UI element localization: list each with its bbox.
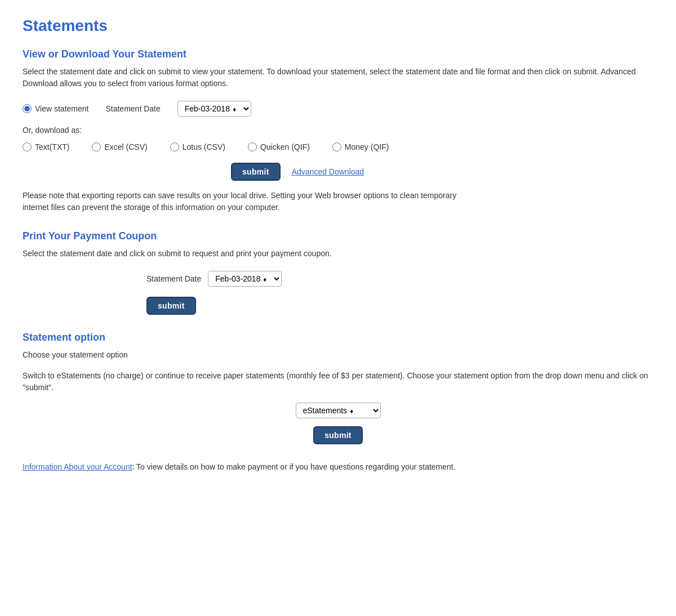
statement-option-submit-row: submit (23, 426, 653, 444)
view-download-title: View or Download Your Statement (23, 48, 653, 60)
format-money-label[interactable]: Money (QIF) (332, 142, 389, 151)
statement-option-select-row: eStatements ⬧ Paper Statements (23, 403, 653, 418)
statement-option-line1: Choose your statement option (23, 349, 653, 361)
statement-date-label: Statement Date (105, 104, 160, 113)
info-section: Information About your Account: To view … (23, 461, 653, 473)
statement-option-title: Statement option (23, 332, 653, 343)
coupon-submit-row: submit (146, 297, 653, 315)
view-statement-radio-label[interactable]: View statement (23, 104, 88, 113)
info-account-text: : To view details on how to make payment… (132, 462, 456, 471)
coupon-submit-button[interactable]: submit (146, 297, 196, 315)
statement-option-line2: Switch to eStatements (no charge) or con… (23, 370, 653, 394)
view-download-section: View or Download Your Statement Select t… (23, 48, 653, 213)
format-excel-label[interactable]: Excel (CSV) (92, 142, 147, 151)
format-txt-radio[interactable] (23, 142, 32, 151)
view-statement-radio[interactable] (23, 104, 32, 113)
info-account-link[interactable]: Information About your Account (23, 462, 132, 471)
format-quicken-label[interactable]: Quicken (QIF) (248, 142, 310, 151)
view-statement-row: View statement Statement Date Feb-03-201… (23, 101, 653, 117)
format-money-radio[interactable] (332, 142, 341, 151)
coupon-title: Print Your Payment Coupon (23, 230, 653, 242)
format-txt-label[interactable]: Text(TXT) (23, 142, 69, 151)
view-download-submit-button[interactable]: submit (231, 163, 281, 181)
format-money-text: Money (QIF) (345, 142, 389, 151)
statement-option-submit-button[interactable]: submit (313, 426, 363, 444)
view-download-desc: Select the statement date and click on s… (23, 66, 653, 90)
statement-option-section: Statement option Choose your statement o… (23, 332, 653, 444)
format-lotus-radio[interactable] (170, 142, 179, 151)
format-excel-text: Excel (CSV) (104, 142, 147, 151)
format-lotus-label[interactable]: Lotus (CSV) (170, 142, 225, 151)
view-download-submit-row: submit Advanced Download (231, 163, 653, 181)
format-lotus-text: Lotus (CSV) (183, 142, 225, 151)
view-statement-label: View statement (35, 104, 88, 113)
format-txt-text: Text(TXT) (35, 142, 69, 151)
coupon-section: Print Your Payment Coupon Select the sta… (23, 230, 653, 315)
coupon-desc: Select the statement date and click on s… (23, 248, 653, 260)
advanced-download-link[interactable]: Advanced Download (292, 167, 364, 176)
statement-date-select[interactable]: Feb-03-2018 ⬧ Jan-03-2018 Dec-03-2017 (177, 101, 251, 117)
page-title: Statements (23, 17, 653, 35)
coupon-date-label: Statement Date (146, 274, 201, 283)
download-as-label: Or, download as: (23, 126, 653, 135)
coupon-date-row: Statement Date Feb-03-2018 ⬧ Jan-03-2018… (146, 271, 653, 287)
statement-option-select[interactable]: eStatements ⬧ Paper Statements (296, 403, 381, 418)
format-options-row: Text(TXT) Excel (CSV) Lotus (CSV) Quicke… (23, 142, 653, 151)
format-quicken-radio[interactable] (248, 142, 257, 151)
coupon-date-select[interactable]: Feb-03-2018 ⬧ Jan-03-2018 Dec-03-2017 (208, 271, 282, 287)
format-quicken-text: Quicken (QIF) (260, 142, 310, 151)
export-note: Please note that exporting reports can s… (23, 190, 462, 213)
format-excel-radio[interactable] (92, 142, 101, 151)
